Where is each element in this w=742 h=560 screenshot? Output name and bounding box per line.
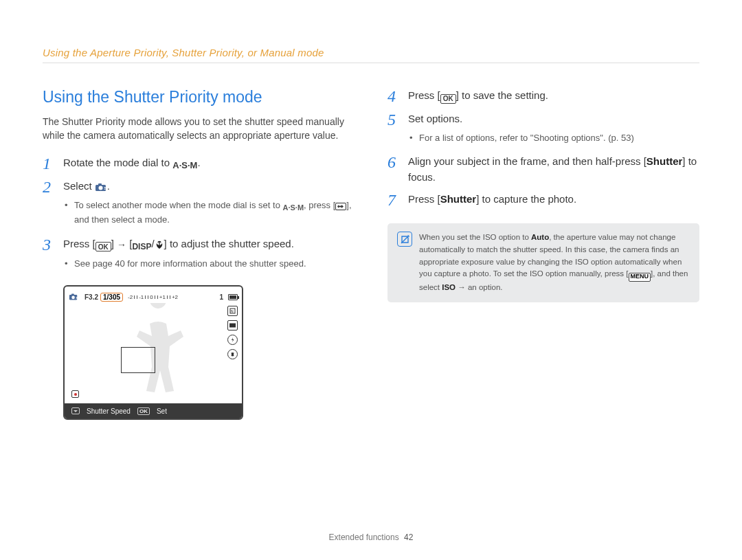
stabilizer-icon [227, 349, 238, 359]
svg-text:S: S [104, 186, 106, 190]
step-number: 1 [43, 155, 55, 172]
note-box: When you set the ISO option to Auto, the… [387, 223, 699, 302]
back-icon [335, 203, 346, 210]
arrow-icon: → [117, 239, 126, 250]
step-text: Select [63, 180, 95, 192]
step-sub: See page 40 for more information about t… [63, 257, 355, 271]
focus-box [121, 347, 155, 373]
flash-icon [227, 335, 238, 345]
step-sub: For a list of options, refer to "Shootin… [408, 131, 699, 145]
step-sub: To select another mode when the mode dia… [63, 199, 355, 227]
asm-icon: A·S·M [172, 159, 197, 172]
page-footer: Extended functions 42 [0, 533, 742, 542]
step-2: 2 Select S. To select another mode when … [43, 179, 355, 229]
step-text: Rotate the mode dial to [63, 157, 172, 168]
svg-rect-11 [230, 324, 236, 327]
note-text: When you set the ISO option to Auto, the… [419, 232, 690, 294]
step-3: 3 Press [OK] → [DISP/] to adjust the shu… [43, 236, 355, 273]
divider [43, 63, 699, 63]
svg-text:S: S [76, 296, 78, 300]
step-text: Press [ [63, 238, 95, 249]
footer-section: Extended functions [329, 533, 399, 542]
asm-icon: A·S·M [283, 202, 304, 214]
ok-icon: OK [95, 242, 111, 251]
chapter-title: Using the Aperture Priority, Shutter Pri… [43, 47, 699, 58]
svg-point-7 [71, 296, 75, 300]
lcd-footer-label: Shutter Speed [87, 407, 131, 415]
quality-icon [227, 320, 238, 331]
record-icon [71, 390, 79, 398]
camera-s-icon: S [69, 293, 78, 301]
lcd-fvalue: F3.2 [85, 293, 98, 301]
step-number: 7 [387, 192, 400, 208]
nav-updown-icon [71, 407, 80, 414]
lcd-footer-set: Set [157, 407, 167, 415]
step-number: 2 [43, 179, 55, 195]
section-title: Using the Shutter Priority mode [43, 88, 355, 107]
svg-rect-6 [71, 294, 74, 295]
macro-icon [155, 240, 164, 249]
lcd-footer-ok-icon: OK [137, 407, 150, 415]
ok-icon: OK [440, 94, 456, 104]
step-number: 4 [387, 88, 400, 104]
step-number: 5 [387, 111, 400, 128]
battery-icon [228, 294, 238, 300]
lcd-shutter: 1/305 [100, 293, 123, 302]
svg-rect-1 [98, 183, 102, 186]
step-4: 4 Press [OK] to save the setting. [387, 88, 699, 104]
camera-s-icon: S [95, 183, 107, 192]
step-7: 7 Press [Shutter] to capture the photo. [387, 192, 699, 208]
step-number: 3 [43, 236, 55, 253]
footer-page: 42 [404, 533, 413, 542]
lcd-count: 1 [219, 293, 223, 301]
section-intro: The Shutter Priority mode allows you to … [43, 115, 355, 143]
menu-icon: MENU [629, 273, 651, 282]
step-1: 1 Rotate the mode dial to A·S·M. [43, 155, 355, 172]
right-column: 4 Press [OK] to save the setting. 5 Set … [387, 88, 699, 420]
note-icon [397, 232, 412, 247]
left-column: Using the Shutter Priority mode The Shut… [43, 88, 355, 420]
step-text-after: . [107, 180, 110, 192]
step-text-after: . [197, 157, 200, 168]
lcd-ev-scale: -2 -1 0 +1 +2 [128, 294, 178, 300]
step-5: 5 Set options. For a list of options, re… [387, 111, 699, 147]
disp-icon: DISP [132, 240, 151, 253]
svg-point-2 [98, 186, 102, 190]
step-number: 6 [387, 154, 400, 170]
lcd-preview: S F3.2 1/305 -2 -1 0 +1 +2 1 [63, 285, 243, 420]
step-6: 6 Align your subject in the frame, and t… [387, 154, 699, 185]
size-icon: N [227, 306, 238, 316]
svg-text:N: N [231, 309, 234, 313]
